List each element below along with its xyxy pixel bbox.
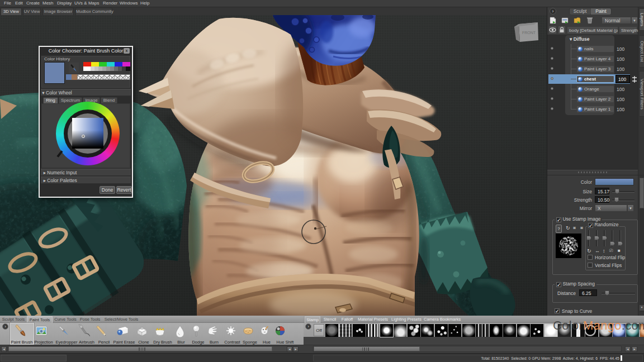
svg-text:FRONT: FRONT	[522, 31, 536, 35]
